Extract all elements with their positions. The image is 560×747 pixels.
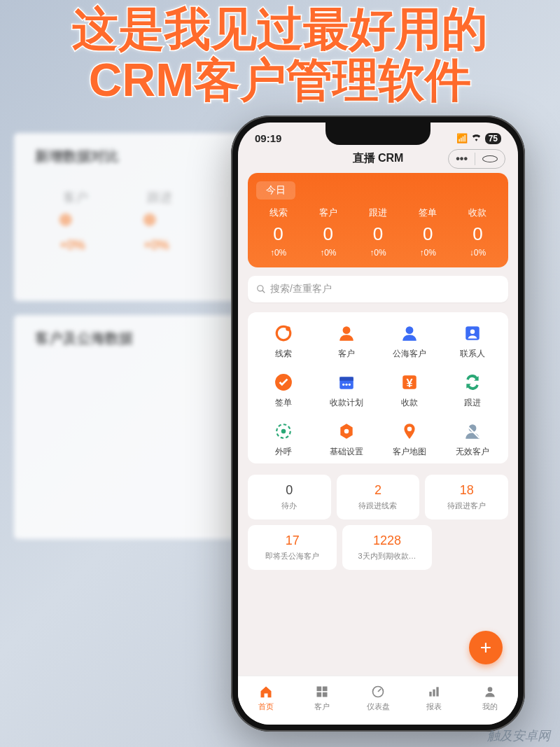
svg-point-3: [286, 326, 290, 331]
tab-reports[interactable]: 报表: [406, 676, 462, 719]
grid-item-label: 客户地图: [393, 446, 426, 458]
grid-item-receipt[interactable]: ¥ 收款: [378, 371, 441, 409]
grid-item-call[interactable]: 外呼: [252, 420, 315, 458]
svg-rect-23: [317, 686, 322, 691]
tile-0[interactable]: 0 待办: [248, 475, 331, 519]
today-stat-2[interactable]: 跟进 0 ↑0%: [353, 207, 402, 258]
grid-item-contacts[interactable]: 联系人: [441, 322, 504, 360]
grid-item-map[interactable]: 客户地图: [378, 420, 441, 458]
grid-item-deals[interactable]: 签单: [252, 371, 315, 409]
stat-delta: ↑0%: [303, 248, 353, 258]
search-input[interactable]: 搜索/查重客户: [248, 276, 508, 302]
tab-customers[interactable]: 客户: [294, 676, 350, 719]
grid-item-follow[interactable]: 跟进: [441, 371, 504, 409]
svg-point-12: [345, 384, 347, 386]
signal-icon: 📶: [456, 133, 468, 144]
tab-dashboard[interactable]: 仪表盘: [350, 676, 406, 719]
svg-rect-26: [323, 692, 328, 697]
grid-item-label: 联系人: [460, 348, 485, 360]
contacts-icon: [461, 322, 484, 344]
grid-item-label: 公海客户: [393, 348, 426, 360]
map-icon: [398, 420, 421, 442]
phone-frame: 09:19 📶 75 直播 CRM ••• 今日 线索 0: [231, 116, 525, 732]
svg-text:¥: ¥: [406, 377, 412, 389]
stat-delta: ↓0%: [453, 248, 503, 258]
tile-caption: 待跟进线索: [341, 501, 416, 511]
tile-caption: 即将丢公海客户: [252, 551, 332, 561]
grid-item-invalid[interactable]: 无效客户: [441, 420, 504, 458]
svg-point-5: [406, 326, 414, 334]
svg-rect-29: [433, 689, 435, 696]
tab-me[interactable]: 我的: [462, 676, 518, 719]
grid-item-pool[interactable]: 公海客户: [378, 322, 441, 360]
today-summary-card[interactable]: 今日 线索 0 ↑0%客户 0 ↑0%跟进 0 ↑0%签单 0 ↑0%收款 0 …: [248, 173, 508, 267]
stat-label: 线索: [253, 207, 303, 219]
today-stat-4[interactable]: 收款 0 ↓0%: [453, 207, 503, 258]
app-title-bar: 直播 CRM •••: [238, 147, 518, 173]
pool-icon: [398, 322, 421, 344]
add-button[interactable]: +: [469, 631, 503, 664]
battery-icon: 75: [485, 133, 501, 144]
tab-bar: 首页 客户 仪表盘 报表 我的: [238, 676, 518, 725]
svg-point-7: [470, 330, 475, 335]
reports-icon: [426, 684, 442, 699]
svg-point-4: [343, 326, 351, 334]
stat-label: 跟进: [353, 207, 402, 219]
today-stat-0[interactable]: 线索 0 ↑0%: [253, 207, 303, 258]
invalid-icon: [461, 420, 484, 442]
svg-rect-10: [340, 377, 354, 380]
tile-3[interactable]: 17 即将丢公海客户: [248, 525, 337, 570]
tile-number: 2: [341, 483, 416, 498]
status-time: 09:19: [255, 132, 281, 144]
tile-1[interactable]: 2 待跟进线索: [337, 475, 420, 519]
deals-icon: [272, 371, 295, 393]
tab-label: 仪表盘: [367, 701, 390, 712]
grid-item-leads[interactable]: 线索: [252, 322, 315, 360]
plus-icon: +: [480, 636, 491, 659]
tab-home[interactable]: 首页: [238, 676, 294, 719]
app-title: 直播 CRM: [353, 151, 404, 166]
feature-grid: 线索 客户 公海客户 联系人 签单 收款计划¥ 收款 跟进 外呼 基础设置 客户…: [248, 312, 508, 463]
tile-2[interactable]: 18 待跟进客户: [425, 475, 508, 519]
tile-number: 1228: [346, 533, 427, 548]
grid-item-settings[interactable]: 基础设置: [315, 420, 378, 458]
search-placeholder: 搜索/查重客户: [270, 283, 332, 295]
grid-item-customers[interactable]: 客户: [315, 322, 378, 360]
plan-icon: [335, 371, 358, 393]
tab-label: 客户: [314, 701, 330, 712]
close-icon[interactable]: [475, 153, 505, 165]
grid-item-label: 收款计划: [330, 397, 363, 409]
miniprogram-menu[interactable]: •••: [448, 149, 505, 169]
svg-rect-28: [429, 692, 431, 697]
dashboard-icon: [370, 684, 386, 699]
tile-number: 18: [429, 483, 504, 498]
stat-label: 签单: [403, 207, 453, 219]
watermark: 触及安卓网: [487, 727, 550, 744]
stat-delta: ↑0%: [253, 248, 303, 258]
wifi-icon: [471, 133, 482, 144]
svg-point-17: [281, 429, 286, 434]
tab-label: 首页: [258, 701, 274, 712]
svg-point-31: [488, 687, 493, 692]
grid-item-plan[interactable]: 收款计划: [315, 371, 378, 409]
stat-value: 0: [253, 223, 303, 245]
grid-item-label: 签单: [275, 397, 292, 409]
grid-item-label: 跟进: [464, 397, 481, 409]
svg-point-20: [407, 427, 412, 432]
grid-item-label: 收款: [401, 397, 418, 409]
today-stat-1[interactable]: 客户 0 ↑0%: [303, 207, 353, 258]
tile-caption: 3天内到期收款…: [346, 551, 427, 561]
promo-headline: 这是我见过最好用的 CRM客户管理软件: [0, 4, 560, 105]
summary-tiles-row2: 17 即将丢公海客户1228 3天内到期收款…: [248, 525, 432, 570]
svg-rect-24: [323, 686, 328, 691]
home-icon: [258, 684, 274, 699]
grid-item-label: 无效客户: [456, 446, 489, 458]
summary-tiles: 0 待办2 待跟进线索18 待跟进客户: [248, 475, 508, 519]
tile-4[interactable]: 1228 3天内到期收款…: [342, 525, 431, 570]
leads-icon: [272, 322, 295, 344]
stat-value: 0: [353, 223, 402, 245]
today-stat-3[interactable]: 签单 0 ↑0%: [403, 207, 453, 258]
phone-screen: 09:19 📶 75 直播 CRM ••• 今日 线索 0: [238, 123, 518, 725]
more-icon[interactable]: •••: [449, 153, 475, 165]
svg-point-13: [349, 384, 351, 386]
